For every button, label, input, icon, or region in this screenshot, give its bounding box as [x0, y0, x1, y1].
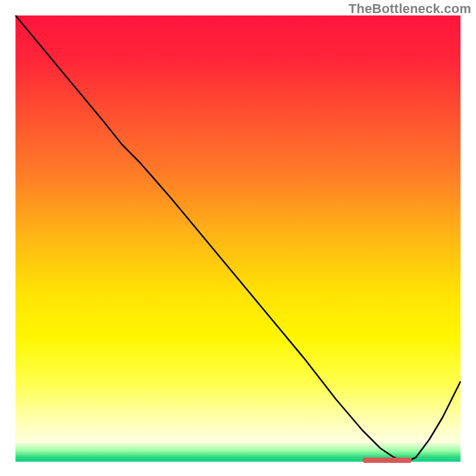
bottleneck-chart [0, 0, 476, 476]
gradient-background [15, 15, 461, 462]
chart-container: { "watermark": "TheBottleneck.com", "col… [0, 0, 476, 476]
watermark-text: TheBottleneck.com [349, 1, 471, 17]
optimal-range-marker [362, 458, 411, 463]
